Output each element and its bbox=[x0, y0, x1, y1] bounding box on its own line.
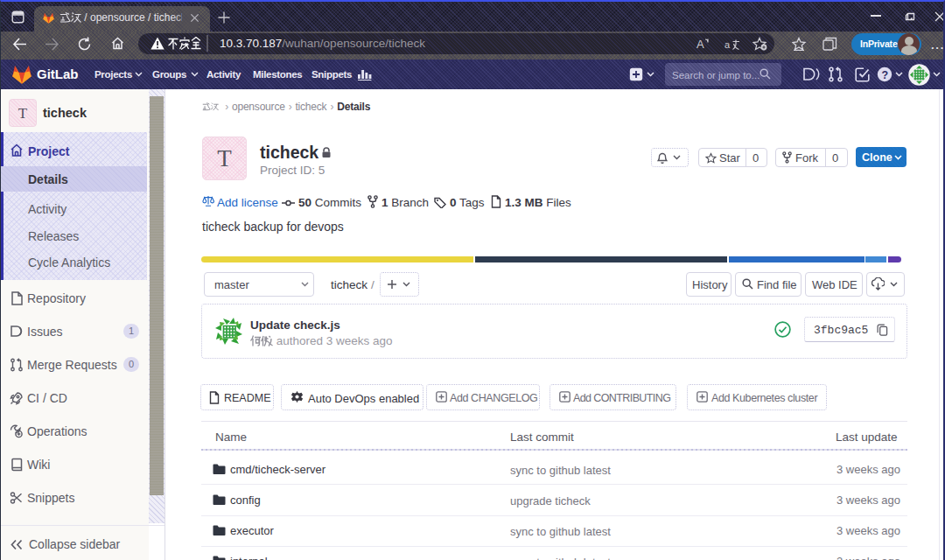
svg-text:a: a bbox=[724, 39, 731, 50]
svg-text:?: ? bbox=[882, 69, 889, 81]
svg-text:A: A bbox=[696, 38, 704, 51]
